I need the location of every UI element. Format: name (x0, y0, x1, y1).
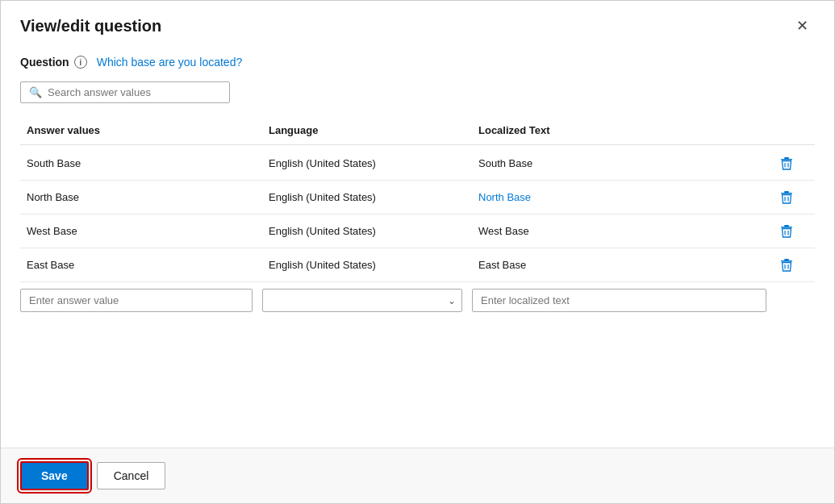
cell-action-0 (776, 153, 815, 174)
search-input[interactable] (48, 86, 221, 98)
search-container: 🔍 (20, 81, 815, 103)
cell-language-0: English (United States) (262, 151, 472, 176)
dialog-title: View/edit question (20, 17, 161, 35)
table-row: North Base English (United States) North… (20, 181, 815, 215)
cell-language-1: English (United States) (262, 185, 472, 210)
close-button[interactable]: ✕ (790, 15, 815, 36)
delete-button-0[interactable] (776, 153, 797, 174)
cell-localized-1: North Base (472, 185, 776, 210)
cell-action-3 (776, 255, 815, 276)
cell-language-3: English (United States) (262, 252, 472, 277)
delete-button-1[interactable] (776, 187, 797, 208)
input-language-cell: English (United States) French (France) … (262, 289, 472, 312)
localized-text-input[interactable] (472, 289, 766, 312)
cell-language-2: English (United States) (262, 219, 472, 244)
svg-rect-8 (784, 225, 789, 227)
svg-rect-1 (781, 159, 792, 160)
dialog-header: View/edit question ✕ (1, 1, 834, 46)
answer-value-input[interactable] (20, 289, 253, 312)
col-actions (776, 121, 815, 140)
view-edit-dialog: View/edit question ✕ Question i Which ba… (0, 0, 835, 504)
input-localized-cell (472, 289, 776, 312)
delete-button-3[interactable] (776, 255, 797, 276)
cancel-button[interactable]: Cancel (97, 462, 166, 489)
cell-localized-2: West Base (472, 219, 776, 244)
info-icon: i (74, 56, 87, 69)
language-select-wrapper: English (United States) French (France) … (262, 289, 462, 312)
table-row: South Base English (United States) South… (20, 147, 815, 181)
cell-answer-0: South Base (20, 151, 262, 176)
question-row: Question i Which base are you located? (20, 56, 815, 69)
cell-action-1 (776, 187, 815, 208)
svg-rect-4 (784, 191, 789, 193)
cell-localized-0: South Base (472, 151, 776, 176)
input-row: English (United States) French (France) … (20, 282, 815, 319)
search-box: 🔍 (20, 81, 230, 103)
svg-rect-9 (781, 227, 792, 228)
delete-button-2[interactable] (776, 221, 797, 242)
search-icon: 🔍 (29, 86, 42, 98)
col-localized-text: Localized Text (472, 121, 776, 140)
col-answer-values: Answer values (20, 121, 262, 140)
svg-rect-12 (784, 259, 789, 260)
cell-action-2 (776, 221, 815, 242)
dialog-footer: Save Cancel (1, 448, 834, 503)
svg-rect-5 (781, 193, 792, 194)
answers-table: Answer values Language Localized Text So… (20, 116, 815, 319)
table-row: East Base English (United States) East B… (20, 248, 815, 282)
question-label: Question i (20, 56, 87, 69)
cell-answer-2: West Base (20, 219, 262, 244)
col-language: Language (262, 121, 472, 140)
dialog-body: Question i Which base are you located? 🔍… (1, 46, 834, 448)
input-answer-cell (20, 289, 262, 312)
cell-answer-3: East Base (20, 252, 262, 277)
language-select[interactable]: English (United States) French (France) … (262, 289, 462, 312)
svg-rect-0 (784, 157, 789, 159)
table-header: Answer values Language Localized Text (20, 116, 815, 145)
save-button[interactable]: Save (20, 461, 89, 490)
svg-rect-13 (781, 260, 792, 262)
question-text: Which base are you located? (97, 56, 243, 69)
table-row: West Base English (United States) West B… (20, 215, 815, 248)
cell-answer-1: North Base (20, 185, 262, 210)
cell-localized-3: East Base (472, 252, 776, 277)
